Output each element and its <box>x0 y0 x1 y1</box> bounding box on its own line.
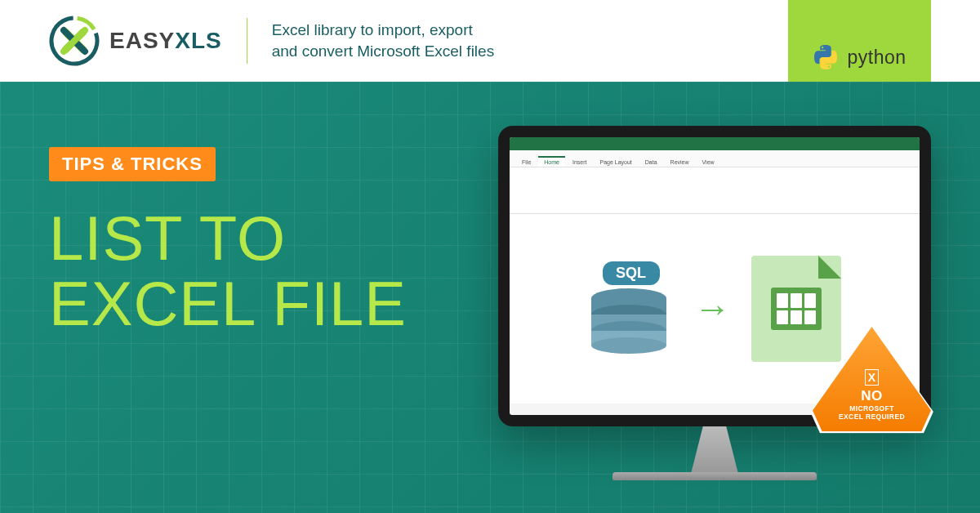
warning-line2: MICROSOFT <box>849 404 894 413</box>
title-line2: EXCEL FILE <box>49 271 931 337</box>
tagline: Excel library to import, export and conv… <box>272 20 494 61</box>
monitor-base <box>612 472 817 480</box>
easyxls-logo-icon <box>49 16 100 66</box>
logo-text-xls: XLS <box>175 28 221 54</box>
python-icon <box>813 44 839 70</box>
warning-no: NO <box>861 388 883 404</box>
tips-badge: TIPS & TRICKS <box>49 147 216 181</box>
tagline-line2: and convert Microsoft Excel files <box>272 41 494 62</box>
python-label: python <box>847 47 906 69</box>
excel-x-icon: X <box>865 369 879 386</box>
tagline-line1: Excel library to import, export <box>272 20 494 41</box>
logo: EASYXLS <box>49 16 222 66</box>
header-divider <box>247 18 247 64</box>
warning-line3: EXCEL REQUIRED <box>839 413 905 421</box>
header-bar: EASYXLS Excel library to import, export … <box>0 0 980 82</box>
logo-text-easy: EASY <box>109 28 175 54</box>
monitor-stand <box>676 426 754 472</box>
main-panel: TIPS & TRICKS LIST TO EXCEL FILE File Ho… <box>0 82 980 513</box>
title-line1: LIST TO <box>49 206 931 271</box>
warning-badge: X NO MICROSOFT EXCEL REQUIRED <box>813 327 931 431</box>
page-title: LIST TO EXCEL FILE <box>49 206 931 337</box>
